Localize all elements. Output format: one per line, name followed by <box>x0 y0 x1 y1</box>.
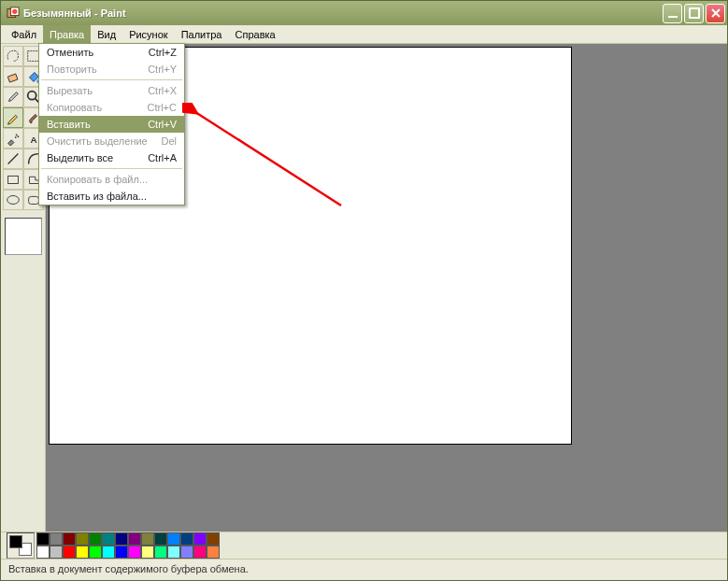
tool-airbrush[interactable] <box>3 128 23 149</box>
swatch-10[interactable] <box>167 532 180 546</box>
swatch-11[interactable] <box>180 532 193 546</box>
swatch-18[interactable] <box>89 546 102 559</box>
swatch-4[interactable] <box>89 532 102 546</box>
titlebar: Безымянный - Paint <box>1 1 727 25</box>
window-controls <box>663 4 725 23</box>
menu-вид[interactable]: Вид <box>91 25 122 43</box>
menu-separator <box>41 79 182 80</box>
menuitem-label: Отменить <box>47 47 139 58</box>
menu-separator <box>41 168 182 169</box>
menu-файл[interactable]: Файл <box>5 25 43 43</box>
svg-point-9 <box>17 135 19 137</box>
tool-freeform-select[interactable] <box>3 46 23 66</box>
menuitem-7[interactable]: Выделить всеCtrl+A <box>39 149 184 166</box>
menuitem-shortcut: Ctrl+A <box>148 152 177 163</box>
svg-rect-13 <box>7 176 18 183</box>
status-bar: Вставка в документ содержимого буфера об… <box>1 560 727 580</box>
ellipse-icon <box>5 191 21 208</box>
tool-ellipse[interactable] <box>3 190 23 210</box>
swatch-22[interactable] <box>141 546 154 559</box>
menuitem-shortcut: Ctrl+Z <box>149 47 177 58</box>
color-palette <box>1 531 727 560</box>
pencil-icon <box>5 109 21 126</box>
swatch-24[interactable] <box>167 546 180 559</box>
menuitem-shortcut: Ctrl+Y <box>148 64 177 75</box>
svg-point-6 <box>27 92 36 100</box>
menuitem-label: Очистить выделение <box>47 135 151 147</box>
menuitem-10[interactable]: Вставить из файла... <box>39 188 184 205</box>
menuitem-shortcut: Del <box>161 135 177 147</box>
menuitem-1: ПовторитьCtrl+Y <box>39 61 184 78</box>
window-title: Безымянный - Paint <box>23 7 663 19</box>
tool-options <box>5 218 42 255</box>
menuitem-6: Очистить выделениеDel <box>39 133 184 149</box>
tool-grid: A <box>3 46 44 210</box>
swatch-1[interactable] <box>50 532 63 546</box>
swatches <box>36 532 220 559</box>
minimize-button[interactable] <box>663 4 682 23</box>
tool-rectangle[interactable] <box>3 169 23 190</box>
menuitem-shortcut: Ctrl+X <box>148 85 177 96</box>
menuitem-0[interactable]: ОтменитьCtrl+Z <box>39 44 184 61</box>
swatch-14[interactable] <box>36 546 50 559</box>
swatch-0[interactable] <box>36 532 50 546</box>
svg-rect-3 <box>690 8 699 18</box>
swatch-12[interactable] <box>193 532 207 546</box>
swatch-15[interactable] <box>50 546 63 559</box>
svg-rect-4 <box>27 51 39 62</box>
svg-rect-5 <box>7 74 18 82</box>
tool-pencil[interactable] <box>3 107 23 128</box>
menuitem-label: Повторить <box>47 64 138 75</box>
menuitem-label: Копировать в файл... <box>47 174 167 185</box>
menuitem-label: Вырезать <box>47 85 138 96</box>
menu-справка[interactable]: Справка <box>229 25 282 43</box>
menubar: ФайлПравкаВидРисунокПалитраСправка <box>1 25 727 44</box>
swatch-19[interactable] <box>102 546 115 559</box>
swatch-7[interactable] <box>128 532 141 546</box>
menuitem-9: Копировать в файл... <box>39 171 184 188</box>
swatch-13[interactable] <box>207 532 220 546</box>
swatch-16[interactable] <box>63 546 76 559</box>
fg-bg-colors[interactable] <box>7 532 35 559</box>
svg-line-12 <box>7 154 18 164</box>
tool-line[interactable] <box>3 149 23 169</box>
swatch-6[interactable] <box>115 532 128 546</box>
swatch-27[interactable] <box>207 546 220 559</box>
menuitem-label: Вставить из файла... <box>47 191 167 202</box>
swatch-9[interactable] <box>154 532 167 546</box>
menu-палитра[interactable]: Палитра <box>175 25 229 43</box>
tool-picker[interactable] <box>3 87 23 107</box>
svg-rect-15 <box>28 196 38 204</box>
swatch-20[interactable] <box>115 546 128 559</box>
edit-menu-dropdown: ОтменитьCtrl+ZПовторитьCtrl+YВырезатьCtr… <box>38 43 185 205</box>
svg-point-8 <box>15 135 17 136</box>
airbrush-icon <box>5 130 21 147</box>
swatch-25[interactable] <box>180 546 193 559</box>
swatch-8[interactable] <box>141 532 154 546</box>
maximize-button[interactable] <box>684 4 704 23</box>
menu-правка[interactable]: Правка <box>43 25 91 43</box>
bottom-panel: Вставка в документ содержимого буфера об… <box>1 531 727 580</box>
menuitem-4: КопироватьCtrl+C <box>39 99 184 116</box>
swatch-26[interactable] <box>193 546 207 559</box>
picker-icon <box>5 89 21 106</box>
swatch-3[interactable] <box>76 532 89 546</box>
app-icon <box>7 7 20 20</box>
menuitem-3: ВырезатьCtrl+X <box>39 82 184 99</box>
swatch-2[interactable] <box>63 532 76 546</box>
swatch-5[interactable] <box>102 532 115 546</box>
swatch-23[interactable] <box>154 546 167 559</box>
svg-point-14 <box>7 196 19 205</box>
rectangle-icon <box>5 171 21 188</box>
menuitem-label: Выделить все <box>47 152 138 163</box>
menuitem-5[interactable]: ВставитьCtrl+V <box>39 116 184 133</box>
svg-point-2 <box>12 9 17 14</box>
close-button[interactable] <box>706 4 725 23</box>
swatch-21[interactable] <box>128 546 141 559</box>
tool-eraser[interactable] <box>3 66 23 87</box>
menu-рисунок[interactable]: Рисунок <box>122 25 175 43</box>
menuitem-shortcut: Ctrl+V <box>148 119 177 130</box>
freeform-select-icon <box>5 48 21 64</box>
fg-color[interactable] <box>9 535 22 548</box>
swatch-17[interactable] <box>76 546 89 559</box>
